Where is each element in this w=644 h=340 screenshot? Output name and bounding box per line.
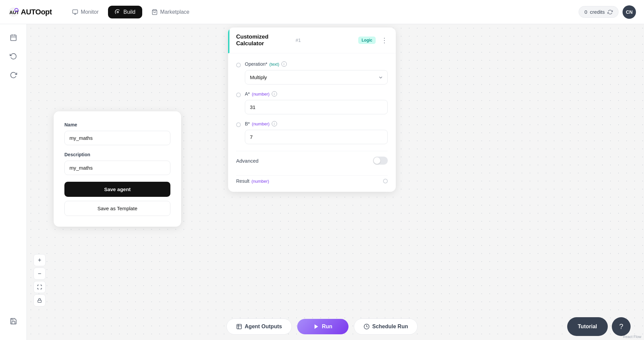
avatar[interactable]: CN [623, 5, 636, 19]
description-input[interactable] [64, 161, 170, 175]
a-field: A* (number) i [236, 91, 388, 114]
nav-build[interactable]: Build [108, 6, 142, 18]
operation-info-icon[interactable]: i [281, 61, 287, 67]
node-number: #1 [296, 38, 301, 43]
schedule-label: Schedule Run [372, 324, 408, 330]
operation-content: Operation* (text) i Multiply [245, 61, 388, 84]
nav-items: Monitor Build Marketplace [65, 6, 574, 18]
credits-badge[interactable]: 0 credits [579, 6, 619, 18]
a-connector [236, 93, 241, 97]
zoom-in-button[interactable]: + [34, 254, 46, 266]
advanced-label: Advanced [236, 158, 373, 164]
run-button[interactable]: Run [297, 319, 348, 334]
b-label: B* (number) i [245, 121, 388, 126]
result-type-badge: (number) [252, 179, 269, 184]
b-connector [236, 122, 241, 127]
svg-marker-11 [314, 324, 318, 329]
nav-monitor-label: Monitor [81, 9, 99, 15]
save-template-button[interactable]: Save as Template [64, 201, 170, 216]
sidebar-icon-redo[interactable] [5, 67, 21, 83]
a-input[interactable] [245, 100, 388, 114]
avatar-initials: CN [626, 9, 633, 15]
credits-count: 0 [584, 9, 587, 15]
operation-select[interactable]: Multiply [245, 70, 388, 84]
canvas-area[interactable]: Name Description Save agent Save as Temp… [27, 24, 644, 340]
help-label: ? [619, 322, 623, 331]
svg-rect-10 [38, 300, 42, 302]
advanced-row: Advanced [236, 151, 388, 170]
nav-build-label: Build [123, 9, 136, 15]
sidebar-icon-undo[interactable] [5, 48, 21, 64]
tutorial-button[interactable]: Tutorial [567, 317, 608, 336]
bottom-center: Agent Outputs Run Schedule Run [226, 319, 418, 335]
description-label: Description [64, 152, 170, 157]
operation-connector [236, 63, 241, 67]
lock-button[interactable] [34, 294, 46, 306]
fit-view-button[interactable] [34, 281, 46, 293]
logic-badge: Logic [358, 37, 376, 44]
b-content: B* (number) i [245, 121, 388, 144]
save-agent-button[interactable]: Save agent [64, 182, 170, 197]
more-options-button[interactable]: ⋮ [380, 36, 389, 45]
node-title: Customized Calculator [236, 34, 293, 47]
svg-text:AUTO: AUTO [9, 10, 19, 15]
svg-rect-6 [10, 35, 16, 41]
agent-outputs-button[interactable]: Agent Outputs [226, 319, 292, 335]
zoom-out-button[interactable]: − [34, 268, 46, 280]
a-type-badge: (number) [252, 92, 270, 97]
tutorial-label: Tutorial [578, 324, 597, 330]
a-content: A* (number) i [245, 91, 388, 114]
toggle-thumb [374, 157, 380, 164]
left-sidebar [0, 24, 27, 340]
a-label: A* (number) i [245, 91, 388, 97]
b-type-badge: (number) [252, 121, 270, 126]
schedule-button[interactable]: Schedule Run [354, 319, 418, 335]
name-input[interactable] [64, 131, 170, 145]
nav-marketplace-label: Marketplace [160, 9, 190, 15]
svg-point-4 [117, 11, 119, 13]
advanced-toggle[interactable] [373, 157, 388, 165]
node-card: Customized Calculator #1 Logic ⋮ Operati… [228, 27, 396, 192]
sidebar-icon-calendar[interactable] [5, 30, 21, 46]
node-header: Customized Calculator #1 Logic ⋮ [228, 27, 396, 53]
help-button[interactable]: ? [612, 317, 631, 336]
b-field: B* (number) i [236, 121, 388, 144]
b-input[interactable] [245, 130, 388, 144]
top-navigation: AUTO AUTOopt Monitor Build Ma [0, 0, 644, 24]
result-row: Result (number) [236, 175, 388, 184]
logo: AUTO AUTOopt [8, 7, 52, 17]
operation-label: Operation* (text) i [245, 61, 388, 67]
result-connector [383, 179, 388, 183]
operation-type-badge: (text) [269, 62, 279, 67]
canvas-controls: + − [34, 254, 46, 306]
result-label: Result (number) [236, 178, 383, 184]
credits-label: credits [590, 9, 605, 15]
logo-text: AUTOopt [21, 8, 52, 16]
node-body: Operation* (text) i Multiply A* [228, 53, 396, 192]
operation-field: Operation* (text) i Multiply [236, 61, 388, 84]
run-label: Run [322, 324, 332, 330]
nav-right: 0 credits CN [579, 5, 636, 19]
bottom-right: Tutorial ? [567, 317, 631, 336]
agent-outputs-label: Agent Outputs [245, 324, 282, 330]
svg-rect-3 [72, 10, 77, 13]
bottom-bar: Agent Outputs Run Schedule Run Tutorial … [0, 313, 644, 340]
nav-marketplace[interactable]: Marketplace [145, 6, 196, 18]
save-panel: Name Description Save agent Save as Temp… [54, 111, 181, 227]
nav-monitor[interactable]: Monitor [65, 6, 105, 18]
a-info-icon[interactable]: i [272, 91, 277, 97]
b-info-icon[interactable]: i [272, 121, 277, 126]
name-label: Name [64, 122, 170, 127]
main-area: Name Description Save agent Save as Temp… [0, 24, 644, 340]
